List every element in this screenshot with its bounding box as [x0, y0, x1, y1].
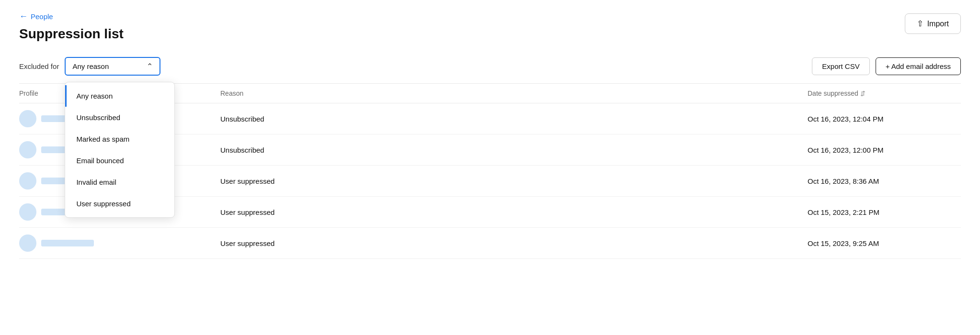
back-link-label: People [31, 12, 53, 21]
export-csv-button[interactable]: Export CSV [812, 57, 869, 75]
date-cell: Oct 16, 2023, 12:04 PM [808, 115, 961, 123]
dropdown-selected-value: Any reason [72, 62, 109, 70]
excluded-for-label: Excluded for [19, 62, 59, 70]
sort-icon[interactable]: ⇵ [860, 90, 866, 97]
date-cell: Oct 16, 2023, 8:36 AM [808, 177, 961, 185]
table-row: User suppressed Oct 15, 2023, 9:25 AM [19, 228, 961, 259]
avatar [19, 203, 36, 221]
reason-cell: Unsubscribed [220, 115, 808, 123]
name-placeholder [41, 240, 94, 246]
import-button[interactable]: ⇧ Import [905, 13, 961, 34]
toolbar-right: Export CSV + Add email address [812, 57, 961, 75]
dropdown-option-invalid-email[interactable]: Invalid email [65, 171, 174, 193]
chevron-up-icon: ⌃ [147, 62, 153, 71]
dropdown-option-email-bounced[interactable]: Email bounced [65, 150, 174, 171]
col-reason: Reason [220, 89, 808, 97]
dropdown-wrapper: Any reason ⌃ Any reason Unsubscribed Mar… [65, 57, 160, 76]
toolbar-left: Excluded for Any reason ⌃ Any reason Uns… [19, 57, 160, 76]
back-link[interactable]: ← People [19, 11, 961, 22]
add-email-button[interactable]: + Add email address [876, 57, 961, 75]
reason-cell: Unsubscribed [220, 146, 808, 154]
toolbar: Excluded for Any reason ⌃ Any reason Uns… [19, 57, 961, 84]
page-container: ⇧ Import ← People Suppression list Exclu… [0, 0, 980, 335]
reason-cell: User suppressed [220, 177, 808, 185]
dropdown-option-unsubscribed[interactable]: Unsubscribed [65, 107, 174, 128]
upload-icon: ⇧ [917, 19, 923, 29]
reason-dropdown[interactable]: Any reason ⌃ [65, 57, 160, 76]
date-cell: Oct 15, 2023, 2:21 PM [808, 208, 961, 216]
back-arrow-icon: ← [19, 11, 28, 22]
avatar [19, 110, 36, 127]
dropdown-option-marked-as-spam[interactable]: Marked as spam [65, 128, 174, 150]
date-cell: Oct 15, 2023, 9:25 AM [808, 239, 961, 247]
date-cell: Oct 16, 2023, 12:00 PM [808, 146, 961, 154]
dropdown-menu: Any reason Unsubscribed Marked as spam E… [65, 82, 175, 218]
reason-cell: User suppressed [220, 208, 808, 216]
profile-cell [19, 234, 220, 252]
dropdown-option-any-reason[interactable]: Any reason [65, 85, 174, 107]
dropdown-option-user-suppressed[interactable]: User suppressed [65, 193, 174, 214]
avatar [19, 172, 36, 190]
page-title: Suppression list [19, 26, 961, 42]
avatar [19, 141, 36, 158]
col-date-suppressed: Date suppressed ⇵ [808, 89, 961, 97]
avatar [19, 234, 36, 252]
import-label: Import [927, 20, 949, 28]
reason-cell: User suppressed [220, 239, 808, 247]
